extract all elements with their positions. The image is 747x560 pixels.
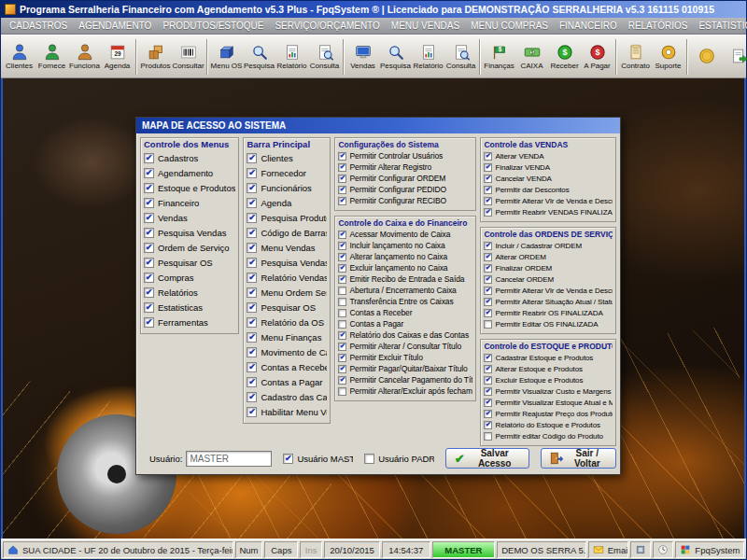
- checkbox-movimento-de-caixa[interactable]: Movimento de Caixa: [247, 344, 327, 359]
- checkbox-permitir-pagar-quitar-baixar-titulo[interactable]: Permitir Pagar/Quitar/Baixar Título: [338, 363, 472, 374]
- tool-a-pagar-pay-button[interactable]: $A Pagar: [581, 36, 613, 77]
- tool-contrato-contract-button[interactable]: Contrato: [619, 36, 652, 77]
- checkbox-permitir-visualizar-estoque-atual-e-minimo[interactable]: Permitir Visualizar Estoque Atual e Mini…: [484, 397, 613, 408]
- checkbox-ferramentas[interactable]: Ferramentas: [144, 315, 235, 329]
- menu-financeiro[interactable]: FINANCEIRO: [554, 20, 623, 32]
- menu-relatorios[interactable]: RELATÓRIOS: [623, 20, 694, 32]
- checkbox-estatisticas[interactable]: Estatisticas: [144, 300, 235, 315]
- tool-consultar-barcode-button[interactable]: Consultar: [172, 36, 204, 77]
- menu-menu-compras[interactable]: MENU COMPRAS: [465, 20, 554, 32]
- checkbox-acessar-movimento-de-caixa[interactable]: Acessar Movimento de Caixa: [338, 229, 472, 240]
- checkbox-estoque-e-produtos[interactable]: Estoque e Produtos: [144, 180, 235, 195]
- tool-receber-receive-button[interactable]: $Receber: [548, 36, 581, 77]
- checkbox-permitir-reabrir-os-finalizada[interactable]: Permitir Reabrir OS FINALIZADA: [484, 307, 613, 318]
- checkbox-permitir-alterar-excluir-apos-fechamento[interactable]: Permitir Alterar/Excluir após fechamento: [338, 385, 472, 397]
- checkbox-relatorio-do-estoque-e-produtos[interactable]: Relatório do Estoque e Produtos: [484, 419, 613, 430]
- checkbox-contas-a-pagar[interactable]: Contas a Pagar: [338, 318, 472, 329]
- save-access-button[interactable]: ✔ Salvar Acesso: [445, 448, 529, 469]
- checkbox-permitir-alterar-consultar-titulo[interactable]: Permitir Alterar / Consultar Título: [338, 341, 472, 352]
- checkbox-cadastrar-estoque-e-produtos[interactable]: Cadastrar Estoque e Produtos: [484, 352, 613, 363]
- checkbox-ordem-de-servico[interactable]: Ordem de Serviço: [144, 240, 235, 255]
- exit-button[interactable]: Sair / Voltar: [541, 448, 616, 469]
- menu-produtos-estoque[interactable]: PRODUTOS/ESTOQUE: [157, 20, 269, 32]
- checkbox-contas-a-receber[interactable]: Contas a Receber: [338, 307, 472, 318]
- checkbox-permitir-reajustar-preco-dos-produtos[interactable]: Permitir Reajustar Preço dos Produtos: [484, 408, 613, 419]
- checkbox-relatorio-da-os[interactable]: Relatório da OS: [247, 315, 327, 329]
- tool-vendas-sales-button[interactable]: Vendas: [346, 36, 379, 77]
- tool-relatorio-report-button[interactable]: Relatório: [412, 36, 444, 77]
- checkbox-transferencia-entre-os-caixas[interactable]: Transferência Entre os Caixas: [338, 296, 472, 307]
- checkbox-funcionarios[interactable]: Funcionários: [247, 180, 327, 195]
- checkbox-menu-ordem-servico[interactable]: Menu Ordem Serviço: [247, 285, 327, 300]
- checkbox-menu-vendas[interactable]: Menu Vendas: [247, 240, 327, 255]
- tool-fornece-supplier-button[interactable]: Fornece: [35, 36, 68, 77]
- checkbox-permitir-alterar-situacao-atual-status[interactable]: Permitir Alterar Situação Atual / Status: [484, 296, 613, 307]
- checkbox-cancelar-ordem[interactable]: Cancelar ORDEM: [484, 273, 613, 285]
- checkbox-abertura-encerramento-caixa[interactable]: Abertura / Encerramento Caixa: [338, 285, 472, 296]
- tool-pesquisa-search-button[interactable]: Pesquisa: [243, 36, 275, 77]
- checkbox-finalizar-ordem[interactable]: Finalizar ORDEM: [484, 262, 613, 273]
- checkbox-relatorios[interactable]: Relatórios: [144, 285, 235, 300]
- menu-menu-vendas[interactable]: MENU VENDAS: [386, 20, 465, 32]
- checkbox-cadastro-das-cartas[interactable]: Cadastro das Cartas: [247, 389, 327, 404]
- checkbox-permitir-controlar-usuarios[interactable]: Permitir Controlar Usuários: [338, 150, 472, 161]
- checkbox-fornecedor[interactable]: Fornecedor: [247, 165, 327, 180]
- checkbox-habilitar-menu-vendas[interactable]: Habilitar Menu Vendas: [247, 404, 327, 419]
- checkbox-incluir-lancamento-no-caixa[interactable]: Incluir lançamento no Caixa: [338, 240, 472, 251]
- usuario-master-checkbox[interactable]: Usuário MASTER: [283, 451, 353, 466]
- tool-agenda-agenda-button[interactable]: 29Agenda: [101, 36, 134, 77]
- checkbox-pesquisa-vendas[interactable]: Pesquisa Vendas: [144, 225, 235, 240]
- checkbox-cadastros[interactable]: Cadastros: [144, 150, 235, 165]
- checkbox-permitir-editar-os-finalizada[interactable]: Permitir Editar OS FINALIZADA: [484, 318, 613, 329]
- checkbox-alterar-ordem[interactable]: Alterar ORDEM: [484, 251, 613, 262]
- usuario-padrao-checkbox[interactable]: Usuário PADRÃO: [364, 451, 434, 466]
- checkbox-permitir-configurar-recibo[interactable]: Permitir Configurar RECIBO: [338, 195, 472, 206]
- checkbox-pesquisa-vendas[interactable]: Pesquisa Vendas: [247, 255, 327, 270]
- checkbox-clientes[interactable]: Clientes: [247, 150, 327, 165]
- checkbox-financeiro[interactable]: Financeiro: [144, 195, 235, 210]
- menu-estatistica[interactable]: ESTATISTICA: [693, 20, 747, 32]
- tool-funciona-employee-button[interactable]: Funciona: [68, 36, 101, 77]
- tool-consulta-view-button[interactable]: Consulta: [308, 36, 341, 77]
- checkbox-permitir-cancelar-pagamento-do-titulo[interactable]: Permitir Cancelar Pagamento do Título: [338, 374, 472, 385]
- tool-pesquisa-search-button[interactable]: Pesquisa: [379, 36, 412, 77]
- checkbox-alterar-venda[interactable]: Alterar VENDA: [484, 150, 613, 161]
- tool-exitdoc-button[interactable]: [723, 36, 747, 77]
- checkbox-menu-financas[interactable]: Menu Finanças: [247, 329, 327, 344]
- menu-servico-orcamento[interactable]: SERVIÇO/ORÇAMENTO: [269, 20, 385, 32]
- checkbox-codigo-de-barras[interactable]: Código de Barras: [247, 225, 327, 240]
- checkbox-excluir-estoque-e-produtos[interactable]: Excluir Estoque e Produtos: [484, 374, 613, 385]
- checkbox-incluir-cadastrar-ordem[interactable]: Incluir / Cadastrar ORDEM: [484, 240, 613, 251]
- checkbox-permitir-reabrir-vendas-finalizadas[interactable]: Permitir Reabrir VENDAS FINALIZADAS: [484, 206, 613, 217]
- checkbox-permitir-configurar-ordem[interactable]: Permitir Configurar ORDEM: [338, 173, 472, 184]
- checkbox-agenda[interactable]: Agenda: [247, 195, 327, 210]
- checkbox-agendamento[interactable]: Agendamento: [144, 165, 235, 180]
- tool-suporte-support-button[interactable]: Suporte: [652, 36, 684, 77]
- checkbox-permitir-alterar-vlr-de-venda-e-descricao[interactable]: Permitir Alterar Vlr de Venda e Descriçã…: [484, 285, 613, 296]
- user-input[interactable]: [186, 451, 272, 467]
- checkbox-permitir-editar-codigo-do-produto[interactable]: Permitir editar Código do Produto: [484, 430, 613, 441]
- tool-consulta-view-button[interactable]: Consulta: [444, 36, 477, 77]
- checkbox-permitir-excluir-titulo[interactable]: Permitir Excluir Título: [338, 352, 472, 363]
- checkbox-permitir-alterar-registro[interactable]: Permitir Alterar Registro: [338, 161, 472, 173]
- checkbox-emitir-recibo-de-entrada-e-saida[interactable]: Emitir Recibo de Entrada e Saída: [338, 273, 472, 285]
- checkbox-compras[interactable]: Compras: [144, 270, 235, 285]
- checkbox-pesquisa-produtos[interactable]: Pesquisa Produtos: [247, 210, 327, 225]
- checkbox-permitir-dar-descontos[interactable]: Permitir dar Descontos: [484, 184, 613, 195]
- checkbox-contas-a-pagar[interactable]: Contas a Pagar: [247, 374, 327, 389]
- checkbox-contas-a-receber[interactable]: Contas a Receber: [247, 359, 327, 374]
- checkbox-permitir-alterar-vlr-de-venda-e-descricao[interactable]: Permitir Alterar Vlr de Venda e Descriçã…: [484, 195, 613, 206]
- tool-produtos-products-button[interactable]: Produtos: [139, 36, 172, 77]
- checkbox-relatorio-vendas[interactable]: Relatório Vendas: [247, 270, 327, 285]
- checkbox-alterar-estoque-e-produtos[interactable]: Alterar Estoque e Produtos: [484, 363, 613, 374]
- tool-clientes-clients-button[interactable]: Clientes: [3, 36, 35, 77]
- menu-cadastros[interactable]: CADASTROS: [4, 20, 73, 32]
- checkbox-vendas[interactable]: Vendas: [144, 210, 235, 225]
- checkbox-permitir-visualizar-custo-e-margens[interactable]: Permitir Visualizar Custo e Margens: [484, 385, 613, 397]
- checkbox-cancelar-venda[interactable]: Cancelar VENDA: [484, 173, 613, 184]
- tool-relatorio-report-button[interactable]: Relatório: [275, 36, 308, 77]
- checkbox-finalizar-venda[interactable]: Finalizar VENDA: [484, 161, 613, 173]
- tool-coin-button[interactable]: [690, 36, 723, 77]
- checkbox-relatorio-dos-caixas-e-das-contas[interactable]: Relatório dos Caixas e das Contas: [338, 329, 472, 341]
- checkbox-excluir-lancamento-no-caixa[interactable]: Excluir lançamento no Caixa: [338, 262, 472, 273]
